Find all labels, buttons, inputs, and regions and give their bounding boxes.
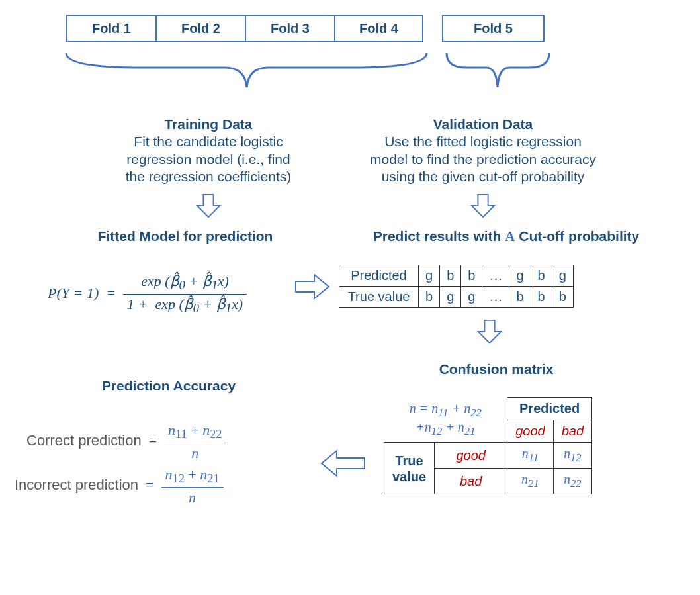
brace-training <box>63 48 430 97</box>
fold-box: Fold 5 <box>442 15 545 42</box>
fold-box: Fold 2 <box>155 15 245 42</box>
validation-heading: Validation Data <box>433 116 533 132</box>
fitted-heading: Fitted Model for prediction <box>76 228 294 245</box>
brace-validation <box>443 48 552 97</box>
correct-formula: Correct prediction = n11 + n22 n <box>26 420 226 463</box>
right-arrow-icon <box>294 273 331 300</box>
down-arrow-icon <box>195 193 222 218</box>
validation-text: Validation Data Use the fitted logistic … <box>344 116 622 185</box>
predict-heading: Predict results with A Cut-off probabili… <box>334 228 678 245</box>
fold-row: Fold 1 Fold 2 Fold 3 Fold 4 Fold 5 <box>66 15 545 42</box>
training-heading: Training Data <box>164 116 252 132</box>
fold-box: Fold 4 <box>334 15 423 42</box>
prediction-table: Predicted g b b … g b g True value b g g… <box>339 265 574 308</box>
logistic-formula: P(Y = 1) = exp (β̂0 + β̂1x) 1 + exp (β̂0… <box>48 271 247 318</box>
left-arrow-icon <box>320 449 366 478</box>
fold-box: Fold 3 <box>245 15 334 42</box>
fold-box: Fold 1 <box>66 15 155 42</box>
incorrect-formula: Incorrect prediction = n12 + n21 n <box>15 465 224 508</box>
confusion-table: n = n11 + n22 +n12 + n21 Predicted good … <box>384 397 592 494</box>
down-arrow-icon <box>470 193 496 218</box>
accuracy-heading: Prediction Accuracy <box>79 377 258 394</box>
down-arrow-icon <box>476 319 503 344</box>
training-text: Training Data Fit the candidate logistic… <box>96 116 321 185</box>
confusion-heading: Confusion matrix <box>390 361 602 378</box>
